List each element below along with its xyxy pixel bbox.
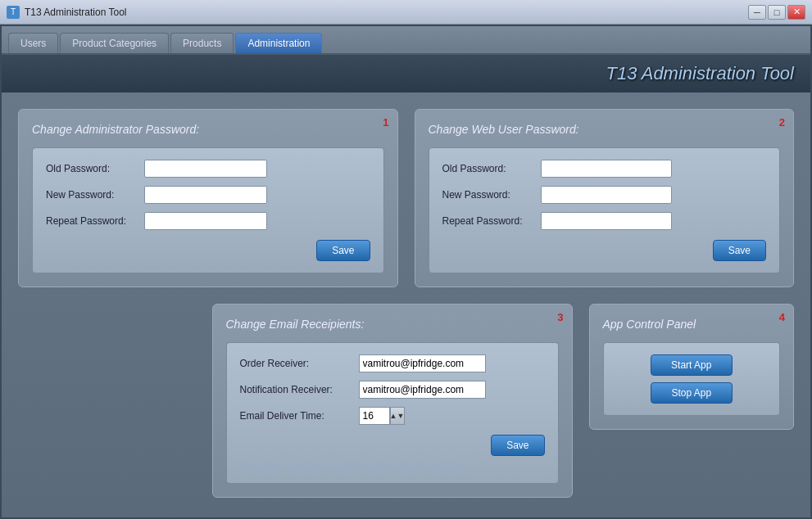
stop-app-button[interactable]: Stop App bbox=[651, 382, 733, 404]
tab-administration[interactable]: Administration bbox=[235, 33, 322, 53]
title-bar-controls: ─ □ ✕ bbox=[748, 5, 805, 20]
webuser-old-password-row: Old Password: bbox=[442, 160, 767, 178]
webuser-repeat-password-row: Repeat Password: bbox=[442, 212, 767, 230]
webuser-save-button[interactable]: Save bbox=[713, 240, 766, 261]
webuser-new-password-label: New Password: bbox=[442, 189, 541, 201]
admin-repeat-password-row: Repeat Password: bbox=[46, 212, 370, 230]
order-receiver-label: Order Receiver: bbox=[240, 358, 359, 369]
change-admin-panel: Change Administrator Password: 1 Old Pas… bbox=[18, 109, 398, 287]
webuser-old-password-input[interactable] bbox=[541, 160, 672, 178]
bottom-row: Change Email Receipients: 3 Order Receiv… bbox=[18, 304, 794, 498]
notification-receiver-row: Notification Receiver: bbox=[240, 381, 545, 399]
webuser-new-password-input[interactable] bbox=[541, 186, 672, 204]
admin-save-button[interactable]: Save bbox=[316, 240, 370, 261]
admin-new-password-input[interactable] bbox=[144, 186, 267, 204]
main-window: Users Product Categories Products Admini… bbox=[0, 25, 812, 519]
close-button[interactable]: ✕ bbox=[787, 5, 805, 20]
order-receiver-row: Order Receiver: bbox=[240, 354, 545, 372]
maximize-button[interactable]: □ bbox=[768, 5, 786, 20]
tab-products[interactable]: Products bbox=[170, 33, 234, 53]
tab-bar: Users Product Categories Products Admini… bbox=[2, 26, 810, 55]
time-spinner[interactable]: ▲▼ bbox=[390, 407, 405, 425]
admin-btn-row: Save bbox=[46, 240, 370, 261]
app-control-title: App Control Panel bbox=[603, 318, 781, 331]
admin-repeat-password-input[interactable] bbox=[144, 212, 267, 230]
admin-new-password-label: New Password: bbox=[46, 189, 144, 201]
order-receiver-input[interactable] bbox=[359, 354, 486, 372]
webuser-repeat-password-input[interactable] bbox=[541, 212, 672, 230]
change-webuser-panel: Change Web User Password: 2 Old Password… bbox=[415, 109, 795, 287]
app-control-panel-number: 4 bbox=[779, 311, 785, 323]
tab-product-categories[interactable]: Product Categories bbox=[60, 33, 169, 53]
app-control-panel: App Control Panel 4 Start App Stop App bbox=[589, 304, 795, 430]
start-app-button[interactable]: Start App bbox=[651, 354, 733, 376]
change-email-title: Change Email Receipients: bbox=[226, 318, 559, 331]
email-deliver-time-input[interactable] bbox=[359, 407, 390, 425]
email-inner-panel: Order Receiver: Notification Receiver: E… bbox=[226, 342, 559, 484]
app-icon: T bbox=[7, 6, 20, 19]
email-deliver-time-label: Email Deliver Time: bbox=[240, 410, 359, 422]
webuser-inner-panel: Old Password: New Password: Repeat Passw… bbox=[429, 147, 781, 273]
app-header: T13 Administration Tool bbox=[2, 55, 810, 93]
title-bar: T T13 Administration Tool ─ □ ✕ bbox=[0, 0, 812, 25]
top-row: Change Administrator Password: 1 Old Pas… bbox=[18, 109, 794, 287]
change-webuser-title: Change Web User Password: bbox=[429, 123, 781, 136]
webuser-old-password-label: Old Password: bbox=[442, 163, 541, 174]
admin-inner-panel: Old Password: New Password: Repeat Passw… bbox=[32, 147, 384, 273]
title-bar-text: T13 Administration Tool bbox=[25, 7, 748, 18]
notification-receiver-label: Notification Receiver: bbox=[240, 384, 359, 395]
webuser-new-password-row: New Password: bbox=[442, 186, 767, 204]
minimize-button[interactable]: ─ bbox=[748, 5, 766, 20]
change-admin-title: Change Administrator Password: bbox=[32, 123, 384, 136]
webuser-panel-number: 2 bbox=[779, 116, 785, 129]
email-save-button[interactable]: Save bbox=[491, 435, 544, 456]
content-area: Change Administrator Password: 1 Old Pas… bbox=[2, 93, 810, 517]
webuser-btn-row: Save bbox=[442, 240, 767, 261]
email-hint-text: For multiple recipients separate the add… bbox=[240, 463, 545, 472]
app-control-inner: Start App Stop App bbox=[603, 342, 781, 416]
email-deliver-time-row: Email Deliver Time: ▲▼ bbox=[240, 407, 545, 425]
app-title: T13 Administration Tool bbox=[606, 63, 795, 83]
email-panel-number: 3 bbox=[557, 311, 563, 323]
change-email-panel: Change Email Receipients: 3 Order Receiv… bbox=[212, 304, 573, 498]
notification-receiver-input[interactable] bbox=[359, 381, 486, 399]
admin-old-password-label: Old Password: bbox=[46, 163, 144, 174]
tab-users[interactable]: Users bbox=[8, 33, 58, 53]
admin-panel-number: 1 bbox=[383, 116, 388, 129]
webuser-repeat-password-label: Repeat Password: bbox=[442, 215, 541, 227]
admin-old-password-row: Old Password: bbox=[46, 160, 370, 178]
admin-repeat-password-label: Repeat Password: bbox=[46, 215, 144, 227]
admin-old-password-input[interactable] bbox=[144, 160, 267, 178]
email-btn-row: Save bbox=[240, 435, 545, 456]
admin-new-password-row: New Password: bbox=[46, 186, 370, 204]
